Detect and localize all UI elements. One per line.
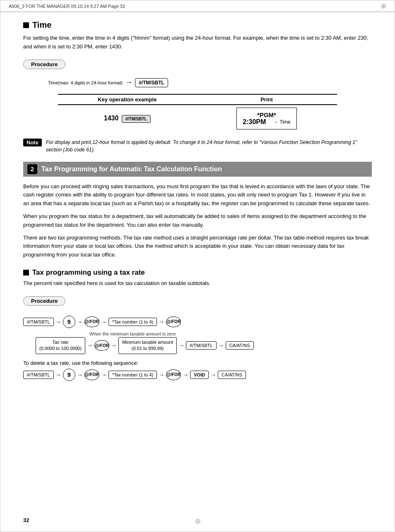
time-section-header: Time: [23, 20, 372, 30]
flow-tax-rate-box: Tax rate (0.0000 to 100.0000): [36, 337, 85, 354]
delete-label: To delete a tax rate, use the following …: [23, 360, 372, 366]
tax-rate-body: The percent rate specified here is used …: [23, 279, 372, 288]
time-display-row: 2:30PM → Time: [243, 118, 290, 126]
top-bar: A506_3 FOR THE MANAGER 09.10.14 9:27 AM …: [0, 0, 395, 12]
time-section-title: Time: [32, 20, 51, 30]
bottom-crosshair-icon: ⊕: [195, 517, 201, 526]
black-square-tax-icon: [23, 270, 29, 276]
del-flow-for2: @/FOR: [166, 369, 181, 380]
tax-flow-row2: Tax rate (0.0000 to 100.0000) → @/FOR → …: [36, 337, 372, 354]
min-zero-annotation: When the minimum taxable amount is zero: [48, 331, 372, 336]
note-box: Note For display and print,12-hour forma…: [23, 139, 372, 153]
flow-tax-number: *Tax number (1 to 4): [108, 318, 157, 326]
arrow-right-icon: →: [125, 78, 132, 87]
top-bar-text: A506_3 FOR THE MANAGER 09.10.14 9:27 AM …: [9, 4, 125, 9]
arrow8: →: [218, 342, 224, 349]
del-flow-for1: @/FOR: [84, 369, 99, 380]
section2-body3: There are two tax programming methods. T…: [23, 234, 372, 259]
del-arrow6: →: [210, 371, 216, 378]
tax-rate-diagram: #/TM/SBTL → 9 → @/FOR → *Tax number (1 t…: [23, 316, 372, 381]
arrow2: →: [77, 319, 83, 325]
note-text: For display and print,12-hour format is …: [46, 139, 372, 153]
time-format-diagram: Time(max. 4 digits in 24-hour format) → …: [23, 78, 372, 132]
arrow1: →: [55, 319, 61, 325]
section2-bar: 2 Tax Programming for Automatic Tax Calc…: [23, 162, 372, 177]
when-min-zero-text: When the minimum taxable amount is zero: [89, 331, 372, 336]
del-arrow3: →: [101, 371, 107, 378]
time-value: 2:30PM: [243, 118, 266, 126]
arrow5: →: [87, 342, 93, 349]
del-flow-tax-number: *Tax number (1 to 4): [108, 371, 157, 379]
tmsbtl-key: #/TM/SBTL: [135, 78, 168, 87]
del-arrow5: →: [183, 371, 188, 378]
arrow7: →: [178, 342, 184, 349]
key-operation-table: Key operation example Print 1430 #/TM/SB…: [58, 94, 337, 132]
time-body-text: For setting the time, enter the time in …: [23, 34, 372, 51]
del-arrow4: →: [159, 371, 164, 378]
flow-tmsbtl2: #/TM/SBTL: [186, 341, 217, 350]
page-number: 32: [23, 517, 29, 523]
arrow3: →: [101, 319, 107, 325]
print-cell: *PGM* 2:30PM → Time: [196, 105, 337, 132]
page: A506_3 FOR THE MANAGER 09.10.14 9:27 AM …: [0, 0, 395, 532]
main-content: Time For setting the time, enter the tim…: [0, 12, 395, 402]
section2-badge: 2: [27, 164, 37, 174]
del-arrow1: →: [55, 371, 61, 378]
tax-rate-title: Tax programming using a tax rate: [32, 268, 145, 277]
procedure-label-time: Procedure: [31, 61, 58, 67]
flow-caatns1: CA/AT/NS: [226, 341, 254, 350]
arrow4: →: [159, 319, 164, 325]
print-header: Print: [196, 94, 337, 105]
procedure-button-tax[interactable]: Procedure: [23, 296, 65, 306]
del-flow-9: 9: [63, 369, 75, 381]
time-format-label: Time(max. 4 digits in 24-hour format): [48, 80, 123, 85]
print-output-box: *PGM* 2:30PM → Time: [236, 108, 296, 129]
key-example-cell: 1430 #/TM/SBTL: [58, 105, 196, 132]
tmsbtl-small-key: #/TM/SBTL: [122, 115, 151, 123]
note-label: Note: [23, 139, 42, 146]
flow-tmsbtl: #/TM/SBTL: [23, 318, 54, 326]
arrow6: →: [111, 342, 117, 349]
section2-body1: Before you can proceed with ringing sale…: [23, 182, 372, 208]
time-label: → Time: [273, 119, 290, 125]
flow-for3: @/FOR: [94, 340, 109, 351]
tax-flow-row1: #/TM/SBTL → 9 → @/FOR → *Tax number (1 t…: [23, 316, 372, 328]
crosshair-icon: ⊕: [381, 2, 386, 10]
tax-rate-section-header: Tax programming using a tax rate: [23, 268, 372, 277]
black-square-icon: [23, 22, 29, 28]
del-flow-caatns: CA/AT/NS: [218, 371, 246, 379]
tax-delete-flow-row: #/TM/SBTL → 9 → @/FOR → *Tax number (1 t…: [23, 369, 372, 381]
section2-title: Tax Programming for Automatic Tax Calcul…: [41, 165, 222, 173]
del-flow-void: VOID: [190, 371, 209, 379]
del-flow-tmsbtl: #/TM/SBTL: [23, 371, 54, 379]
flow-for1: @/FOR: [84, 316, 99, 327]
del-arrow2: →: [77, 371, 83, 378]
flow-9: 9: [63, 316, 75, 328]
flow-min-taxable-box: Minimum taxable amount (0.01 to 999.99): [118, 337, 177, 354]
section2-body2: When you program the tax status for a de…: [23, 212, 372, 230]
flow-for2: @/FOR: [166, 316, 181, 327]
key-example-value: 1430: [104, 115, 119, 122]
procedure-button-time[interactable]: Procedure: [23, 60, 65, 69]
pgm-star: *PGM*: [243, 111, 290, 118]
key-op-header: Key operation example: [58, 94, 196, 105]
procedure-label-tax: Procedure: [31, 298, 58, 304]
